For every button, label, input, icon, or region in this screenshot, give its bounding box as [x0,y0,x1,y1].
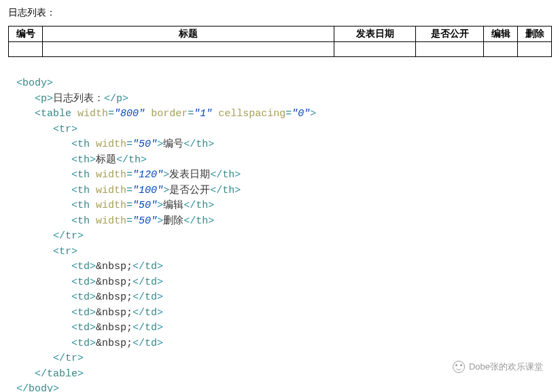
html-source-code: <body> <p>日志列表：</p> <table width="800" b… [0,57,558,392]
th-id: 编号 [9,26,43,42]
code-table-border: 1 [200,108,206,120]
code-th3-text: 是否公开 [169,185,210,196]
table-header-row: 编号 标题 发表日期 是否公开 编辑 删除 [9,26,552,42]
td-empty [416,42,484,57]
code-th5-text: 删除 [163,215,184,227]
code-th4-text: 编辑 [163,200,184,211]
wechat-icon [453,361,465,373]
code-td5: &nbsp; [96,338,133,349]
code-th4-width: 50 [139,200,151,211]
rendered-preview: 日志列表： 编号 标题 发表日期 是否公开 编辑 删除 [0,0,558,57]
td-empty [518,42,552,57]
td-empty [484,42,518,57]
preview-table: 编号 标题 发表日期 是否公开 编辑 删除 [8,26,552,57]
code-th2-text: 发表日期 [169,169,210,181]
code-td3: &nbsp; [96,307,133,319]
code-td2: &nbsp; [96,291,133,303]
code-td0: &nbsp; [96,261,133,272]
watermark: Dobe张的欢乐课堂 [453,361,543,373]
preview-title: 日志列表： [8,7,550,19]
watermark-text: Dobe张的欢乐课堂 [469,361,543,373]
td-empty [43,42,334,57]
td-empty [9,42,43,57]
code-th2-width: 120 [139,169,157,181]
th-delete: 删除 [518,26,552,42]
code-td4: &nbsp; [96,322,133,334]
code-table-width: 800 [120,108,139,120]
table-empty-row [9,42,552,57]
code-th5-width: 50 [139,215,151,227]
th-date: 发表日期 [334,26,416,42]
th-title: 标题 [43,26,334,42]
code-p-text: 日志列表： [53,93,104,105]
th-edit: 编辑 [484,26,518,42]
td-empty [334,42,416,57]
code-td1: &nbsp; [96,277,133,288]
code-th0-width: 50 [139,139,151,150]
th-public: 是否公开 [416,26,484,42]
code-th1-text: 标题 [96,154,116,166]
code-th3-width: 100 [139,185,157,196]
code-th0-text: 编号 [163,139,184,150]
code-table-cellspacing: 0 [298,108,304,120]
